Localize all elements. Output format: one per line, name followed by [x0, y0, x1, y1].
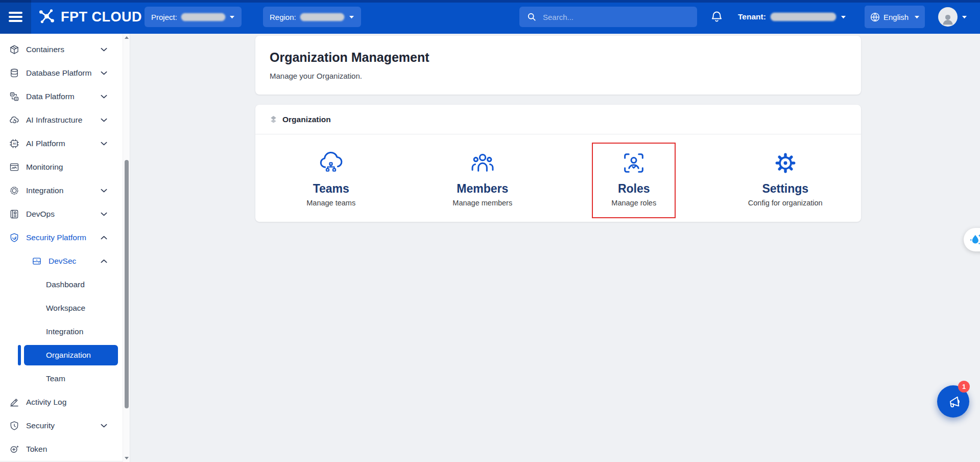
sidebar-item-security-platform[interactable]: Security Platform [0, 226, 123, 249]
sidebar-item-containers[interactable]: Containers [0, 38, 123, 61]
tile-title: Settings [762, 182, 808, 196]
token-icon [9, 444, 19, 454]
brand-name: FPT CLOUD [61, 9, 142, 25]
tenant-selector[interactable]: Tenant: [738, 0, 846, 34]
redacted-project-value [181, 13, 225, 21]
page-header-card: Organization Management Manage your Orga… [255, 36, 861, 95]
sidebar-item-token[interactable]: Token [0, 437, 123, 461]
sidebar-item-label: Integration [26, 186, 63, 195]
chevron-up-icon [101, 236, 107, 240]
tenant-label: Tenant: [738, 12, 766, 21]
tile-title: Roles [618, 182, 650, 196]
security-icon [9, 421, 19, 431]
sidebar-item-ai-platform[interactable]: AIAI Platform [0, 132, 123, 155]
tile-roles[interactable]: RolesManage roles [558, 134, 710, 222]
active-indicator-bar [18, 345, 21, 365]
sidebar-item-devops[interactable]: DevOps [0, 202, 123, 226]
sidebar-item-label: Dashboard [46, 280, 85, 289]
tile-settings[interactable]: SettingsConfig for organization [710, 134, 862, 222]
sidebar-scrollbar[interactable] [123, 34, 130, 462]
sidebar-item-label: DevOps [26, 210, 55, 219]
project-label: Project: [151, 13, 177, 21]
chevron-down-icon [229, 15, 235, 19]
tile-teams[interactable]: TeamsManage teams [255, 134, 407, 222]
tile-description: Manage members [452, 199, 512, 207]
sidebar-item-activity-log[interactable]: Activity Log [0, 390, 123, 414]
redacted-region-value [300, 13, 344, 21]
tile-members[interactable]: MembersManage members [407, 134, 559, 222]
organization-card: Organization TeamsManage teamsMembersMan… [255, 105, 861, 222]
global-search [519, 7, 697, 27]
sidebar-item-monitoring[interactable]: Monitoring [0, 155, 123, 179]
chevron-down-icon [101, 71, 107, 75]
sidebar-item-ai-infrastructure[interactable]: AI Infrastructure [0, 108, 123, 132]
chevron-down-icon [101, 118, 107, 122]
chevron-up-icon [101, 259, 107, 263]
sidebar-item-devsec[interactable]: DevSec [0, 249, 123, 273]
scroll-up-arrow-icon[interactable] [124, 35, 129, 40]
data-platform-icon [9, 91, 19, 102]
layers-icon [269, 115, 278, 124]
brand-logo[interactable]: FPT CLOUD [38, 0, 142, 34]
notifications-button[interactable] [710, 10, 724, 24]
sidebar-item-label: DevSec [49, 257, 76, 266]
sidebar-item-label: AI Infrastructure [26, 115, 82, 125]
project-selector[interactable]: Project: [145, 7, 242, 27]
search-input[interactable] [543, 13, 690, 21]
sidebar-item-label: Security [26, 421, 55, 430]
tile-title: Teams [313, 182, 349, 196]
sidebar-item-label: AI Platform [26, 139, 65, 148]
chevron-down-icon [101, 95, 107, 99]
fpt-logo-icon [38, 8, 56, 26]
sidebar-item-label: Monitoring [26, 163, 63, 172]
tile-description: Manage roles [611, 199, 656, 207]
language-selector[interactable]: English [865, 6, 925, 28]
sidebar-item-label: Team [46, 374, 65, 383]
language-label: English [883, 13, 909, 21]
tile-description: Config for organization [748, 199, 823, 207]
droplet-icon [969, 233, 980, 247]
assistant-widget-button[interactable] [964, 228, 980, 251]
megaphone-icon [945, 393, 962, 410]
notification-badge: 1 [958, 381, 970, 392]
sidebar-item-security[interactable]: Security [0, 414, 123, 437]
sidebar-item-integration[interactable]: Integration [0, 179, 123, 202]
security-platform-icon [9, 233, 19, 243]
sidebar-item-workspace[interactable]: Workspace [0, 296, 123, 320]
organization-section-title: Organization [282, 115, 331, 124]
user-menu[interactable] [938, 0, 967, 34]
sidebar-item-organization[interactable]: Organization [0, 343, 123, 367]
region-selector[interactable]: Region: [263, 7, 361, 27]
sidebar-item-label: Token [26, 445, 47, 454]
chevron-down-icon [101, 48, 107, 52]
database-platform-icon [9, 68, 19, 78]
sidebar-item-team[interactable]: Team [0, 367, 123, 390]
organization-section-header: Organization [269, 105, 331, 134]
sidebar-item-integration[interactable]: Integration [0, 320, 123, 343]
devsec-icon [32, 256, 42, 266]
sidebar-item-label: Workspace [46, 304, 85, 313]
devops-icon [9, 209, 19, 219]
monitoring-icon [9, 162, 19, 172]
globe-icon [870, 12, 880, 22]
chevron-down-icon [101, 212, 107, 216]
sidebar-item-database-platform[interactable]: Database Platform [0, 61, 123, 85]
sidebar-item-label: Containers [26, 45, 64, 54]
avatar [938, 7, 958, 27]
scroll-down-arrow-icon[interactable] [124, 455, 129, 460]
ai-infrastructure-icon [9, 115, 19, 125]
search-icon [527, 12, 537, 22]
chevron-down-icon [914, 15, 920, 19]
sidebar-item-label: Organization [46, 351, 91, 360]
menu-toggle-button[interactable] [0, 0, 31, 34]
scrollbar-thumb[interactable] [125, 160, 129, 408]
ai-platform-icon: AI [9, 138, 19, 149]
tile-description: Manage teams [306, 199, 355, 207]
chevron-down-icon [101, 142, 107, 146]
sidebar-item-data-platform[interactable]: Data Platform [0, 85, 123, 108]
sidebar-nav-list: ContainersDatabase PlatformData Platform… [0, 38, 123, 461]
tile-title: Members [457, 182, 508, 196]
sidebar-item-dashboard[interactable]: Dashboard [0, 273, 123, 296]
integration-icon [9, 186, 19, 196]
containers-icon [9, 44, 19, 55]
